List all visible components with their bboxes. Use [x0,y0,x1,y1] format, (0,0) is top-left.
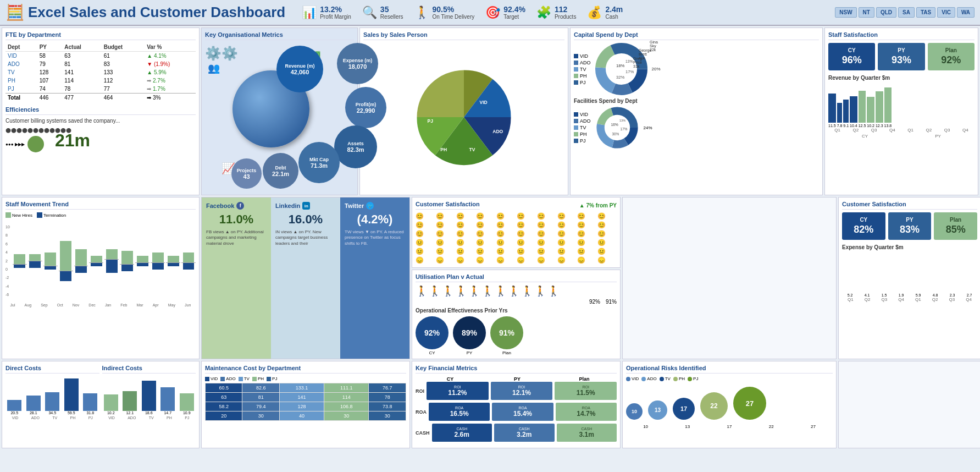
maint-cell: 40 [279,411,324,421]
op-eff-py: 89% PY [453,316,486,355]
fte-var: ▲ 4.1% [145,52,196,61]
smiley-face: 😊 [496,212,516,220]
staff-bar-group [135,256,150,266]
month-label: Jun [185,303,191,307]
kfm-cy: CASH 2.6m [432,424,492,442]
smiley-face: 😐 [436,248,455,255]
kfm-py: ROA 15.4% [492,403,553,421]
state-sa[interactable]: SA [898,7,915,18]
indirect-val: 10.9 [183,411,191,415]
direct-costs: Direct Costs 20.528.134.559.531.8 VIDADO… [5,365,99,420]
sat-plan-box: Plan 92% [928,43,975,70]
direct-title: Direct Costs [5,365,99,374]
csat-right-title: Customer Satisfaction [842,201,977,210]
facilities-donut: 16% 13% 17% 30% [595,106,639,150]
exp-val-6: 2.3 [950,293,955,297]
exp-col-2: 1.5 [876,292,892,297]
sat-cy-label: CY [831,47,872,53]
smiley-face: 😐 [476,248,495,255]
state-qld[interactable]: QLD [876,7,896,18]
big-dot [27,136,44,152]
pie-label-tv: TV [469,147,475,152]
staff-bar-group [43,253,58,270]
rev-bar-4 [859,91,866,123]
fte-dept[interactable]: VID [5,52,37,61]
facilities-legend: VID ADO TV PH PJ [574,112,591,144]
exp-quarter-title: Expense by Quarter $m [842,244,977,250]
op-eff-cy: 92% CY [416,316,449,355]
staff-legend: New Hires Termination [5,212,196,218]
month-label: Feb [120,303,127,307]
smiley-face: 😐 [577,239,596,246]
maint-cell: 73.8 [369,402,406,411]
smiley-face: 😐 [456,239,475,246]
state-nt[interactable]: NT [859,7,874,18]
fb-desc: FB views ▲ on PY. Additional campaigns a… [206,229,267,246]
fte-dept[interactable]: PH [5,76,37,85]
li-pct: 16.0% [275,212,336,227]
csat-plan-label: Plan [937,217,975,223]
exp-bars: 5.24.11.51.95.94.82.32.7 [842,253,977,297]
rev-chart: 11.57.89.110.412.510.212.313.8 [828,84,975,128]
smiley-face: 😞 [476,256,495,264]
direct-bar-group: 28.1 [25,396,43,415]
person-6: 🚶 [481,285,494,297]
kom-title: Key Organisational Metrics [205,31,354,40]
fte-title: FTE by Department [5,31,196,40]
csat-header: Customer Satisfaction ▲ 7% from PY [416,201,617,210]
fte-dept[interactable]: TV [5,68,37,76]
fte-var: ▲ 5.9% [145,68,196,76]
hire-bar [168,256,179,262]
people-icon: 👥 [208,62,220,74]
smiley-face: 😊 [416,212,435,220]
fac-legend-ph: PH [574,131,591,137]
exp-chart-labels: Q1Q2Q3Q4Q1Q2Q3Q4 [842,297,977,302]
termination-legend: Termination [37,212,66,218]
risk-bubble: 13 [648,400,667,420]
state-tas[interactable]: TAS [916,7,935,18]
risk-bubble: 10 [626,403,643,420]
indirect-bar [123,391,137,411]
term-bar [14,265,25,268]
term-bar [75,266,87,273]
utilisation-section: Utilisation Plan v Actual 🚶 🚶 🚶 🚶 🚶 🚶 🚶 … [412,270,621,359]
hire-bar [152,253,164,262]
op-risks-bubbles: 1013172227 [626,384,833,422]
rev-val-7: 13.8 [884,124,892,128]
fte-dept[interactable]: PJ [5,85,37,94]
fte-actual: 114 [62,76,101,85]
state-vic[interactable]: VIC [937,7,955,18]
svg-text:30%: 30% [612,132,619,136]
li-title: Linkedin in [275,202,336,210]
op-cy-gauge: 92% [416,316,449,349]
fte-var: ➡ 2.7% [145,76,196,85]
staff-bar-group [13,254,27,268]
state-wa[interactable]: WA [957,7,975,18]
kfm-cy: ROA 16.5% [429,403,490,421]
csat-py-val: 83% [891,224,929,235]
projects-bubble: Projects43 [231,158,262,189]
state-nsw[interactable]: NSW [835,7,856,18]
csat-util-section: Customer Satisfaction ▲ 7% from PY 😊😊😊😊😊… [412,197,621,359]
op-plan-gauge: 91% [490,316,523,349]
csat-trend: ▲ 7% from PY [579,202,617,208]
exp-val-3: 1.9 [899,293,904,297]
pie-pj2 [417,70,464,118]
direct-labels: VIDADOTVPHPJ [5,416,99,420]
tw-desc: TW views ▼ on PY. A reduced presence on … [345,229,405,246]
capital-spend-section: Capital Spend by Dept VID ADO TV PH PJ 1… [570,28,823,195]
kfm-plan: ROI 11.5% [555,382,617,400]
op-risks-title: Operational Risks Identified [626,365,833,374]
risk-bubble: 27 [733,387,766,420]
fac-legend-vid: VID [574,112,591,117]
fte-dept[interactable]: ADO [5,60,37,68]
maint-cell: 133.1 [279,383,324,393]
month-label: Jul [10,303,15,307]
smiley-face: 😊 [476,230,495,238]
smiley-face: 😊 [436,212,455,220]
maint-cell: 128 [279,402,324,411]
smiley-face: 😐 [476,239,495,246]
legend-ph: PH [574,73,591,79]
sat-cy-box: CY 96% [828,43,875,70]
exp-col-5: 4.8 [927,292,943,297]
